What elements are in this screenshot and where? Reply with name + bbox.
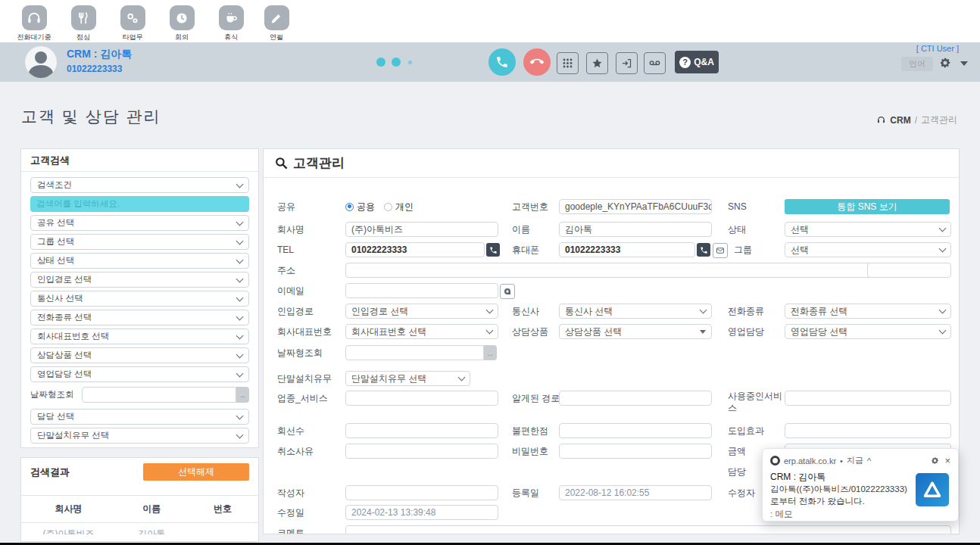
status-select[interactable]: 선택 <box>785 222 951 237</box>
status-meeting-button[interactable]: 회의 <box>158 5 206 42</box>
breadcrumb-root[interactable]: CRM <box>890 115 910 126</box>
mobile-label: 휴대폰 <box>512 242 539 257</box>
notification-settings-gear-icon[interactable] <box>931 456 939 465</box>
email-send-button[interactable] <box>500 284 515 299</box>
phone-icon <box>700 246 708 254</box>
status-call-waiting-button[interactable]: 전화대기중 <box>10 5 58 42</box>
phone-type-filter-select[interactable]: 전화종류 선택 <box>30 310 249 325</box>
carrier-select[interactable]: 통신사 선택 <box>559 304 712 319</box>
qna-button[interactable]: ? Q&A <box>675 51 719 73</box>
sales-rep-label: 영업담당 <box>728 324 764 339</box>
radio-public[interactable] <box>345 203 354 211</box>
search-keyword-input[interactable]: 검색어를 입력하세요. <box>30 196 249 212</box>
date-lookup-input[interactable] <box>82 387 236 403</box>
complaint-input[interactable] <box>559 423 712 438</box>
effect-label: 도입효과 <box>728 423 764 438</box>
favorites-button[interactable] <box>586 52 608 74</box>
group-filter-select[interactable]: 그룹 선택 <box>30 234 249 250</box>
chevron-down-icon <box>236 332 244 339</box>
comment-label: 코멘트 <box>277 525 304 534</box>
manager-filter-select[interactable]: 담당 선택 <box>30 409 249 425</box>
service-in-use-input[interactable] <box>785 391 951 406</box>
date-lookup-row: 날짜형조회 .. <box>30 387 249 403</box>
table-row[interactable]: (주)아톡비즈 김아톡 <box>21 523 258 534</box>
known-path-input[interactable] <box>559 391 712 406</box>
settings-gear-icon[interactable] <box>939 57 951 69</box>
chevron-down-icon <box>486 327 494 335</box>
chevron-down-icon <box>458 374 466 382</box>
status-label: 전화대기중 <box>10 33 58 42</box>
status-pencil-button[interactable]: 연필 <box>252 5 301 42</box>
cancel-reason-input[interactable] <box>345 444 498 459</box>
phone-type-select[interactable]: 전화종류 선택 <box>785 304 951 319</box>
mobile-call-button[interactable] <box>697 243 710 257</box>
share-filter-select[interactable]: 공유 선택 <box>30 215 249 231</box>
column-number: 번호 <box>187 503 258 515</box>
collapse-chevron-icon[interactable]: ^ <box>867 456 871 466</box>
complaint-label: 불편한점 <box>512 423 548 438</box>
email-input[interactable] <box>345 283 498 298</box>
deselect-button[interactable]: 선택해제 <box>143 463 249 481</box>
date-lookup-input[interactable] <box>345 345 484 360</box>
mobile-sms-button[interactable] <box>713 243 728 258</box>
inbound-select[interactable]: 인입경로 선택 <box>345 304 498 319</box>
consult-product-select[interactable]: 상담상품 선택 <box>559 324 712 339</box>
date-picker-button[interactable]: .. <box>484 345 497 360</box>
inbound-filter-select[interactable]: 인입경로 선택 <box>30 272 249 288</box>
company-rep-no-select[interactable]: 회사대표번호 선택 <box>345 324 498 339</box>
chevron-down-icon <box>236 369 244 377</box>
status-filter-select[interactable]: 상태 선택 <box>30 253 249 269</box>
browser-notification[interactable]: erp.atalk.co.kr • 지금 ^ × CRM : 김아톡 김아톡((… <box>762 448 959 522</box>
chevron-down-icon[interactable] <box>960 61 968 66</box>
sales-rep-select[interactable]: 영업담당 선택 <box>785 324 951 339</box>
date-picker-button[interactable]: .. <box>236 387 249 403</box>
lines-input[interactable] <box>345 423 498 438</box>
terminal-filter-select[interactable]: 단말설치유무 선택 <box>30 428 249 444</box>
carrier-filter-select[interactable]: 통신사 선택 <box>30 291 249 307</box>
writer-input[interactable] <box>345 485 498 500</box>
voicemail-button[interactable] <box>644 52 666 74</box>
status-other-work-button[interactable]: 타업무 <box>108 5 157 42</box>
sns-label: SNS <box>728 199 747 214</box>
group-select[interactable]: 선택 <box>785 242 951 257</box>
terminal-select[interactable]: 단말설치유무 선택 <box>345 371 470 386</box>
transfer-button[interactable] <box>616 52 638 74</box>
tel-input[interactable]: 01022223333 <box>345 242 485 257</box>
header-bar: CRM : 김아톡 01022223333 ? Q&A [ CTI User ]… <box>0 42 980 82</box>
status-break-button[interactable]: 휴식 <box>207 5 255 42</box>
status-label: 연필 <box>252 33 301 42</box>
chevron-down-icon <box>236 412 244 419</box>
chevron-down-icon <box>236 431 244 438</box>
status-lunch-button[interactable]: 점심 <box>59 5 108 42</box>
name-input[interactable]: 김아톡 <box>559 222 712 237</box>
sns-view-button[interactable]: 통합 SNS 보기 <box>785 199 950 214</box>
company-rep-no-filter-select[interactable]: 회사대표번호 선택 <box>30 329 249 344</box>
notification-memo: : 메모 <box>770 509 950 520</box>
consult-product-label: 상담상품 <box>512 324 548 339</box>
notification-close-icon[interactable]: × <box>944 456 950 466</box>
effect-input[interactable] <box>785 423 951 438</box>
consult-product-filter-select[interactable]: 상담상품 선택 <box>30 347 249 363</box>
address-input[interactable] <box>345 263 872 278</box>
call-button[interactable] <box>488 48 516 76</box>
notification-time: 지금 <box>847 455 863 466</box>
language-button[interactable]: 언어 <box>901 57 933 71</box>
address-detail-input[interactable] <box>867 263 951 278</box>
radio-private[interactable] <box>384 203 392 211</box>
keypad-button[interactable] <box>557 52 579 74</box>
reg-date-input[interactable]: 2022-08-12 16:02:55 <box>559 485 712 500</box>
mail-icon <box>503 287 512 296</box>
mod-date-input[interactable]: 2024-02-13 13:39:48 <box>345 505 498 520</box>
search-condition-select[interactable]: 검색조건 <box>30 177 249 193</box>
sales-rep-filter-select[interactable]: 영업담당 선택 <box>30 366 249 382</box>
company-input[interactable]: (주)아톡비즈 <box>345 222 498 237</box>
tel-call-button[interactable] <box>486 243 500 257</box>
hangup-button[interactable] <box>523 48 551 76</box>
mobile-input[interactable]: 01022223333 <box>559 242 695 257</box>
company-rep-no-label: 회사대표번호 <box>277 324 332 339</box>
comment-input[interactable] <box>345 525 951 534</box>
page-title: 고객 및 상담 관리 <box>21 106 161 127</box>
password-input[interactable] <box>559 444 712 459</box>
industry-input[interactable] <box>345 391 498 406</box>
customer-no-input[interactable]: goodeple_KYnYPAaTFbA6CUuuF3q <box>559 199 712 214</box>
